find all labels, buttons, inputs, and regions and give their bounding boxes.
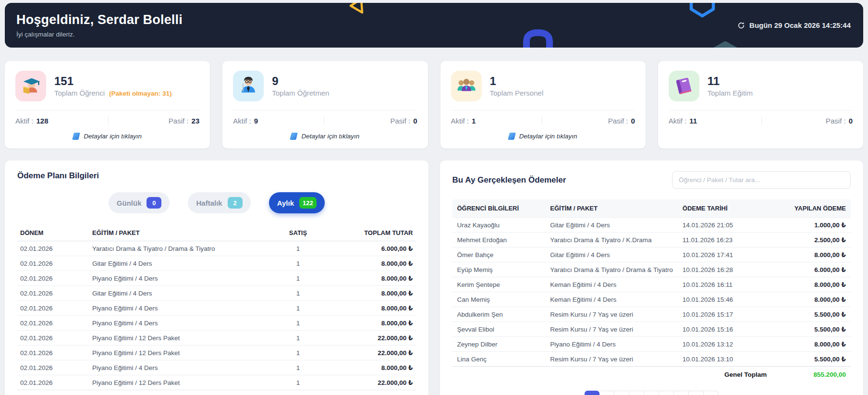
pagination: 123456789 (452, 391, 851, 395)
table-row: 02.01.2026Piyano Eğitimi / 12 Ders Paket… (17, 375, 416, 390)
column-header: DÖNEM (17, 225, 89, 241)
panel-title: Ödeme Planı Bilgileri (17, 171, 416, 181)
grand-total-value: 1.111.000,00 (325, 390, 416, 395)
stat-card: 9 Toplam Öğretmen Aktif :9 Pasif :0 Deta… (222, 61, 428, 148)
page-button-5[interactable]: 5 (644, 391, 659, 395)
table-row: 02.01.2026Gitar Eğitimi / 4 Ders18.000,0… (17, 256, 416, 271)
page-button-8[interactable]: 8 (689, 391, 704, 395)
table-header-row: DÖNEMEĞİTİM / PAKETSATIŞTOPLAM TUTAR (17, 225, 416, 241)
table-cell: 8.000,00 ₺ (325, 286, 416, 301)
table-cell: Piyano Eğitimi / 4 Ders (89, 271, 272, 286)
details-link[interactable]: Detaylar için tıklayın (291, 131, 359, 141)
table-cell: Ömer Bahçe (452, 247, 546, 262)
table-cell: 10.01.2026 17:41 (678, 247, 771, 262)
table-cell: 1 (272, 360, 325, 375)
book-icon (72, 133, 80, 140)
table-cell: 5.500,00 ₺ (771, 307, 851, 322)
tab-haftalık[interactable]: Haftalık2 (188, 192, 250, 213)
pasif-count: Pasif :0 (826, 117, 853, 125)
table-row: 02.01.2026Piyano Eğitimi / 4 Ders18.000,… (17, 360, 416, 375)
page-button-7[interactable]: 7 (674, 391, 689, 395)
stat-card: 11 Toplam Eğitim Aktif :11 Pasif :0 (658, 61, 863, 148)
table-cell: 02.01.2026 (17, 301, 89, 316)
tab-günlük[interactable]: Günlük0 (109, 192, 170, 213)
column-header: TOPLAM TUTAR (325, 225, 416, 241)
column-header: EĞİTİM / PAKET (545, 199, 678, 218)
table-cell: 1 (272, 286, 325, 301)
table-cell: 10.01.2026 13:12 (678, 337, 771, 352)
search-input[interactable] (672, 171, 851, 189)
table-cell: Şevval Elibol (452, 322, 546, 337)
column-header: ÖĞRENCİ BİLGİLERİ (452, 199, 546, 218)
tab-aylık[interactable]: Aylık122 (269, 192, 325, 213)
table-cell: Abdulkerim Şen (452, 307, 546, 322)
divider (761, 117, 762, 125)
table-cell: 8.000,00 ₺ (325, 301, 416, 316)
table-cell: Gitar Eğitimi / 4 Ders (545, 247, 678, 262)
table-cell: 1 (272, 316, 325, 331)
table-cell: 02.01.2026 (17, 286, 89, 301)
table-cell: 22.000,00 ₺ (325, 346, 416, 360)
table-cell: 5.500,00 ₺ (771, 352, 851, 367)
table-cell: Yaratıcı Drama & Tiyatro / Drama & Tiyat… (89, 241, 272, 256)
table-cell: Resim Kursu / 7 Yaş ve üzeri (545, 322, 678, 337)
table-cell: Gitar Eğitimi / 4 Ders (89, 286, 272, 301)
table-cell: Yaratıcı Drama & Tiyatro / Drama & Tiyat… (545, 262, 678, 277)
main-content: Ödeme Planı Bilgileri Günlük0Haftalık2Ay… (5, 160, 863, 395)
table-row: Abdulkerim ŞenResim Kursu / 7 Yaş ve üze… (452, 307, 851, 322)
plan-tabs: Günlük0Haftalık2Aylık122 (17, 192, 416, 213)
pasif-count: Pasif :23 (169, 117, 199, 125)
table-row: Şevval ElibolResim Kursu / 7 Yaş ve üzer… (452, 322, 851, 337)
column-header: ÖDEME TARİHİ (678, 199, 771, 218)
table-cell: Keman Eğitimi / 4 Ders (545, 277, 678, 292)
table-row: Can MemişKeman Eğitimi / 4 Ders10.01.202… (452, 292, 851, 307)
table-cell: Lina Genç (452, 352, 546, 367)
table-cell: 1 (272, 256, 325, 271)
tab-label: Günlük (117, 199, 142, 207)
book-icon (508, 133, 516, 140)
table-cell: 8.000,00 ₺ (771, 292, 851, 307)
divider (108, 117, 109, 125)
table-row: 02.01.2026Gitar Eğitimi / 4 Ders18.000,0… (17, 286, 416, 301)
monthly-payments-panel: Bu Ay Gerçekleşen Ödemeler ÖĞRENCİ BİLGİ… (440, 160, 864, 395)
details-link[interactable]: Detaylar için tıklayın (509, 131, 577, 141)
table-footer-row: Genel Toplam 1.111.000,00 (17, 390, 416, 395)
table-cell: 02.01.2026 (17, 331, 89, 346)
table-cell: 1.000,00 ₺ (771, 218, 851, 233)
table-cell: 1 (272, 241, 325, 256)
refresh-icon[interactable] (737, 22, 745, 29)
table-footer-row: Genel Toplam 855.200,00 (452, 367, 851, 383)
table-row: Ömer BahçeGitar Eğitimi / 4 Ders10.01.20… (452, 247, 851, 262)
stat-value: 9 (272, 75, 329, 87)
pasif-count: Pasif :0 (608, 117, 635, 125)
page-button-1[interactable]: 1 (585, 391, 599, 395)
page-button-2[interactable]: 2 (599, 391, 614, 395)
staff-group-icon (451, 71, 482, 101)
table-cell: Yaratıcı Drama & Tiyatro / K.Drama (545, 233, 678, 247)
table-cell: Gitar Eğitimi / 4 Ders (545, 218, 678, 233)
stat-label: Toplam Öğretmen (272, 89, 329, 97)
table-cell: 8.000,00 ₺ (771, 247, 851, 262)
page-button-4[interactable]: 4 (629, 391, 644, 395)
monthly-payments-table: ÖĞRENCİ BİLGİLERİEĞİTİM / PAKETÖDEME TAR… (452, 199, 851, 383)
page-button-6[interactable]: 6 (659, 391, 674, 395)
page-title: Hoşgeldiniz, Serdar Bolelli (16, 12, 183, 27)
teacher-icon (233, 71, 264, 101)
stat-label: Toplam Personel (490, 89, 544, 97)
table-cell: 8.000,00 ₺ (325, 256, 416, 271)
grand-total-label: Genel Toplam (17, 390, 325, 395)
page-button-9[interactable]: 9 (704, 391, 719, 395)
page-button-3[interactable]: 3 (614, 391, 629, 395)
tab-count-badge: 122 (299, 197, 317, 209)
table-cell: Piyano Eğitimi / 12 Ders Paket (89, 331, 272, 346)
table-cell: 8.000,00 ₺ (771, 337, 851, 352)
stat-card: 1 Toplam Personel Aktif :1 Pasif :0 Deta… (440, 61, 646, 148)
table-cell: 8.000,00 ₺ (325, 271, 416, 286)
table-cell: 10.01.2026 15:46 (678, 292, 771, 307)
tab-label: Aylık (277, 199, 294, 207)
aktif-count: Aktif :11 (669, 117, 697, 125)
details-text: Detaylar için tıklayın (519, 133, 577, 140)
table-cell: Zeynep Dilber (452, 337, 546, 352)
table-cell: Can Memiş (452, 292, 546, 307)
details-link[interactable]: Detaylar için tıklayın (73, 131, 142, 141)
